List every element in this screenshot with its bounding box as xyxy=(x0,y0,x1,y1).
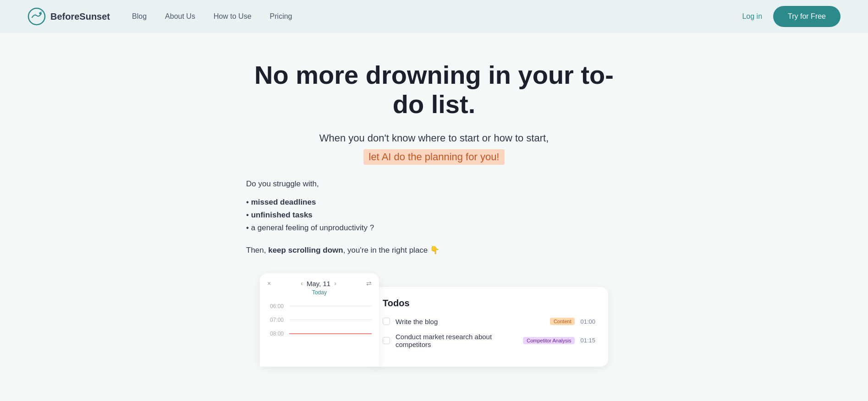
calendar-date: May, 11 xyxy=(307,280,330,287)
calendar-time-2: 08:00 xyxy=(267,331,284,337)
nav-item-about[interactable]: About Us xyxy=(165,12,195,21)
nav-links: Blog About Us How to Use Pricing xyxy=(132,12,292,21)
nav-right: Log in Try for Free xyxy=(742,6,841,27)
calendar-time-0: 06:00 xyxy=(267,303,284,309)
calendar-settings-icon[interactable]: ⇄ xyxy=(366,280,372,287)
navbar: BeforeSunset Blog About Us How to Use Pr… xyxy=(0,0,868,33)
svg-point-0 xyxy=(28,8,45,25)
logo-link[interactable]: BeforeSunset xyxy=(27,7,110,26)
login-link[interactable]: Log in xyxy=(742,12,762,21)
struggle-item-1: missed deadlines xyxy=(246,198,622,207)
hero-subtitle: When you don't know where to start or ho… xyxy=(246,130,622,146)
calendar-header: × ‹ May, 11 › ⇄ xyxy=(260,273,379,289)
calendar-card: × ‹ May, 11 › ⇄ Today 06:00 07:00 08:00 xyxy=(260,273,379,367)
struggle-item-3: a general feeling of unproductivity ? xyxy=(246,223,622,233)
nav-link-blog[interactable]: Blog xyxy=(132,12,147,20)
struggle-list: missed deadlines unfinished tasks a gene… xyxy=(246,198,622,233)
try-for-free-button[interactable]: Try for Free xyxy=(773,6,841,27)
todo-label-1: Conduct market research about competitor… xyxy=(396,333,517,348)
cta-bold: keep scrolling down xyxy=(268,246,343,255)
calendar-prev-icon[interactable]: ‹ xyxy=(301,280,303,287)
calendar-timeline: 06:00 07:00 08:00 xyxy=(260,303,379,337)
todo-label-0: Write the blog xyxy=(396,318,544,325)
calendar-line-0 xyxy=(289,306,372,306)
calendar-line-1 xyxy=(289,320,372,320)
todo-tag-1: Competitor Analysis xyxy=(523,337,575,344)
calendar-time-1: 07:00 xyxy=(267,317,284,323)
todo-item-1: Conduct market research about competitor… xyxy=(383,333,595,348)
calendar-next-icon[interactable]: › xyxy=(334,280,336,287)
struggle-section: Do you struggle with, missed deadlines u… xyxy=(228,179,640,255)
nav-link-pricing[interactable]: Pricing xyxy=(270,12,292,20)
calendar-time-row-0: 06:00 xyxy=(267,303,372,309)
calendar-close-icon[interactable]: × xyxy=(267,280,271,287)
nav-left: BeforeSunset Blog About Us How to Use Pr… xyxy=(27,7,292,26)
todo-time-1: 01:15 xyxy=(580,337,595,344)
struggle-item-2: unfinished tasks xyxy=(246,211,622,220)
logo-icon xyxy=(27,7,46,26)
todo-tag-0: Content xyxy=(550,318,575,325)
todo-checkbox-0[interactable] xyxy=(383,318,390,325)
todo-item-0: Write the blog Content 01:00 xyxy=(383,318,595,325)
cta-prefix: Then, xyxy=(246,246,268,255)
hero-title: No more drowning in your to-do list. xyxy=(246,60,622,119)
logo-text: BeforeSunset xyxy=(50,11,110,22)
nav-item-blog[interactable]: Blog xyxy=(132,12,147,21)
nav-item-how[interactable]: How to Use xyxy=(214,12,252,21)
calendar-time-row-1: 07:00 xyxy=(267,317,372,323)
calendar-today-label: Today xyxy=(260,289,379,299)
calendar-line-red xyxy=(289,333,372,334)
app-preview: × ‹ May, 11 › ⇄ Today 06:00 07:00 08:00 xyxy=(0,273,868,367)
nav-item-pricing[interactable]: Pricing xyxy=(270,12,292,21)
hero-highlight: let AI do the planning for you! xyxy=(363,149,505,165)
nav-link-how[interactable]: How to Use xyxy=(214,12,252,20)
struggle-intro: Do you struggle with, xyxy=(246,179,622,189)
calendar-date-nav: ‹ May, 11 › xyxy=(301,280,336,287)
cta-suffix: , you're in the right place 👇 xyxy=(343,246,439,255)
todo-checkbox-1[interactable] xyxy=(383,337,390,344)
calendar-time-row-2: 08:00 xyxy=(267,331,372,337)
svg-point-2 xyxy=(41,11,42,13)
hero-section: No more drowning in your to-do list. Whe… xyxy=(228,33,640,179)
todo-time-0: 01:00 xyxy=(580,318,595,325)
nav-link-about[interactable]: About Us xyxy=(165,12,195,20)
todos-title: Todos xyxy=(383,298,595,309)
todos-card: Todos Write the blog Content 01:00 Condu… xyxy=(370,287,608,367)
cta-text: Then, keep scrolling down, you're in the… xyxy=(246,245,622,255)
